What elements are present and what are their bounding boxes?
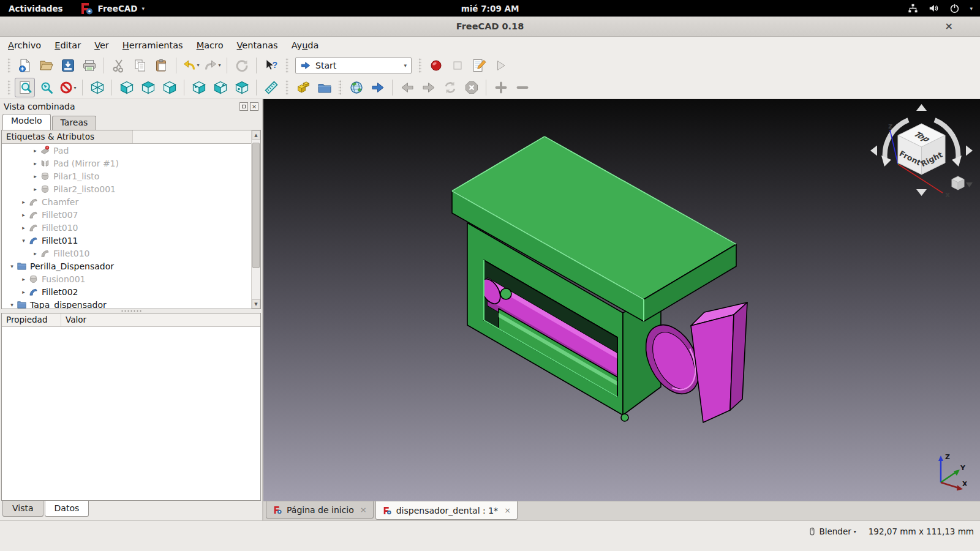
menu-editar[interactable]: Editar — [48, 39, 88, 52]
collapsed-twisty-icon[interactable]: ▸ — [31, 173, 39, 179]
toolbar-drag-handle[interactable] — [418, 58, 422, 73]
folder-button[interactable] — [314, 78, 334, 97]
tree-item-fusion001[interactable]: ▸Fusion001 — [2, 272, 251, 285]
fit-selection-button[interactable] — [36, 78, 56, 97]
scroll-up-icon[interactable]: ▲ — [252, 130, 260, 140]
cube-bottom-button[interactable] — [210, 78, 230, 97]
window-titlebar[interactable]: FreeCAD 0.18 × — [0, 17, 980, 37]
app-menu-button[interactable]: FreeCAD ▾ — [79, 1, 145, 16]
tree-item-pilar1-listo[interactable]: ▸Pilar1_listo — [2, 170, 251, 182]
tree-item-pad[interactable]: ▸Pad — [2, 144, 251, 157]
panel-close-button[interactable]: × — [250, 102, 258, 111]
nav-up-arrow-icon[interactable] — [916, 104, 927, 111]
toolbar-drag-handle[interactable] — [285, 80, 289, 96]
menu-ver[interactable]: Ver — [88, 39, 116, 52]
copy-button[interactable] — [130, 56, 150, 75]
3d-viewport[interactable]: z x Top Front Right Z Y X — [263, 99, 980, 501]
menu-archivo[interactable]: Archivo — [1, 39, 48, 52]
collapsed-twisty-icon[interactable]: ▸ — [31, 160, 39, 167]
tree-item-fillet010[interactable]: ▸Fillet010 — [2, 247, 251, 260]
macro-play-button[interactable] — [490, 56, 510, 75]
cube-rear-button[interactable] — [189, 78, 209, 97]
undo-button[interactable]: ▾ — [181, 56, 201, 75]
reload-gray-button[interactable] — [440, 78, 460, 97]
tree-item-pad-mirror-1[interactable]: ▸Pad (Mirror #1) — [2, 157, 251, 170]
fit-all-button[interactable] — [15, 78, 35, 97]
activities-button[interactable]: Actividades — [9, 4, 63, 13]
new-document-button[interactable] — [15, 56, 35, 75]
collapsed-twisty-icon[interactable]: ▸ — [20, 199, 28, 205]
cube-top-button[interactable] — [138, 78, 158, 97]
tree-item-pilar2-listo001[interactable]: ▸Pilar2_listo001 — [2, 182, 251, 195]
tab-vista[interactable]: Vista — [2, 501, 43, 517]
system-menu-caret-icon[interactable]: ▾ — [970, 6, 973, 12]
part-button[interactable] — [293, 78, 313, 97]
menu-herramientas[interactable]: Herramientas — [116, 39, 190, 52]
collapsed-twisty-icon[interactable]: ▸ — [31, 250, 39, 257]
scrollbar-thumb[interactable] — [252, 143, 260, 268]
expanded-twisty-icon[interactable]: ▾ — [8, 263, 16, 269]
macro-edit-button[interactable] — [469, 56, 489, 75]
nav-left-arrow-icon[interactable] — [870, 146, 877, 156]
tree-item-fillet007[interactable]: ▸Fillet007 — [2, 208, 251, 221]
toolbar-drag-handle[interactable] — [7, 80, 11, 96]
workbench-selector[interactable]: Start ▾ — [295, 57, 412, 74]
arrow-left-gray-button[interactable] — [397, 78, 417, 97]
network-icon[interactable] — [907, 2, 919, 14]
print-button[interactable] — [79, 56, 99, 75]
chevron-down-icon[interactable]: ▾ — [399, 62, 407, 69]
knob-handle-front[interactable] — [691, 315, 734, 422]
tree-item-chamfer[interactable]: ▸Chamfer — [2, 195, 251, 208]
tree-item-fillet002[interactable]: ▸Fillet002 — [2, 285, 251, 298]
close-tab-icon[interactable]: × — [360, 505, 367, 514]
zoom-in-button[interactable] — [491, 78, 511, 97]
zoom-out-button[interactable] — [512, 78, 532, 97]
collapsed-twisty-icon[interactable]: ▸ — [31, 186, 39, 192]
macro-stop-button[interactable] — [447, 56, 467, 75]
navcube-mini-cube-icon[interactable] — [952, 176, 964, 190]
tab-tareas[interactable]: Tareas — [52, 116, 97, 130]
measure-button[interactable] — [261, 78, 281, 97]
tree-item-perilla-dispensador[interactable]: ▾Perilla_Dispensador — [2, 260, 251, 272]
scroll-down-icon[interactable]: ▼ — [252, 299, 260, 309]
paste-button[interactable] — [151, 56, 172, 75]
window-close-button[interactable]: × — [945, 20, 953, 32]
panel-float-button[interactable] — [239, 102, 248, 111]
toolbar-drag-handle[interactable] — [285, 58, 289, 73]
open-button[interactable] — [36, 56, 56, 75]
cut-button[interactable] — [108, 56, 129, 75]
collapsed-twisty-icon[interactable]: ▸ — [20, 212, 28, 218]
power-icon[interactable] — [949, 2, 960, 14]
tab-modelo[interactable]: Modelo — [2, 114, 51, 130]
nav-right-arrow-icon[interactable] — [966, 146, 973, 156]
navcube-menu-caret-icon[interactable] — [966, 182, 973, 187]
volume-icon[interactable] — [928, 2, 940, 14]
save-button[interactable] — [58, 56, 78, 75]
arrow-right-blue-button[interactable] — [368, 78, 388, 97]
cube-left-button[interactable] — [232, 78, 252, 97]
stop-gray-button[interactable] — [461, 78, 481, 97]
cube-right-button[interactable] — [159, 78, 179, 97]
nav-down-arrow-icon[interactable] — [916, 189, 927, 196]
panel-titlebar[interactable]: Vista combinada × — [0, 99, 262, 114]
collapsed-twisty-icon[interactable]: ▸ — [20, 276, 28, 282]
refresh-button[interactable] — [232, 56, 252, 75]
property-column-propiedad[interactable]: Propiedad — [2, 313, 61, 326]
collapsed-twisty-icon[interactable]: ▸ — [20, 225, 28, 231]
web-button[interactable] — [346, 78, 366, 97]
clock[interactable]: mié 7:09 AM — [0, 4, 980, 13]
tab-datos[interactable]: Datos — [45, 501, 89, 517]
close-tab-icon[interactable]: × — [504, 506, 511, 515]
toolbar-drag-handle[interactable] — [338, 80, 342, 96]
tree-item-fillet011[interactable]: ▾Fillet011 — [2, 234, 251, 247]
menu-ventanas[interactable]: Ventanas — [230, 39, 285, 52]
doc-tab-p-gina-de-inicio[interactable]: Página de inicio× — [266, 501, 374, 519]
expanded-twisty-icon[interactable]: ▾ — [20, 238, 28, 244]
tree-item-fillet010[interactable]: ▸Fillet010 — [2, 221, 251, 234]
macro-record-button[interactable] — [426, 56, 446, 75]
tree-item-tapa-dispensador[interactable]: ▾Tapa_dispensador — [2, 298, 251, 309]
cube-front-button[interactable] — [116, 78, 137, 97]
roller-knob-sphere[interactable] — [500, 288, 511, 299]
arrow-right-gray-button[interactable] — [418, 78, 439, 97]
collapsed-twisty-icon[interactable]: ▸ — [31, 148, 39, 154]
